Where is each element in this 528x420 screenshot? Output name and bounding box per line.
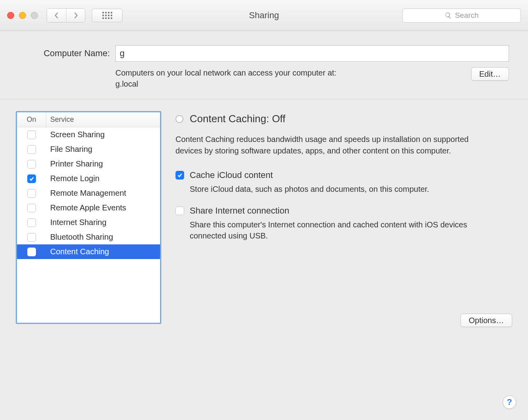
service-on-checkbox[interactable]: [27, 189, 36, 198]
share-internet-label: Share Internet connection: [190, 206, 289, 216]
services-header: On Service: [17, 112, 160, 127]
edit-hostname-button[interactable]: Edit…: [471, 67, 509, 81]
computer-name-label: Computer Name:: [19, 48, 110, 59]
close-window-button[interactable]: [7, 12, 14, 19]
service-label: Remote Management: [46, 189, 160, 198]
service-row[interactable]: Internet Sharing: [17, 215, 160, 230]
service-row[interactable]: Remote Login: [17, 171, 160, 186]
service-on-checkbox[interactable]: [27, 174, 36, 183]
computer-name-section: Computer Name: Computers on your local n…: [0, 31, 528, 99]
service-on-checkbox[interactable]: [27, 145, 36, 154]
computer-name-hint-line2: g.local: [115, 79, 138, 88]
service-label: Content Caching: [46, 247, 160, 256]
service-detail: Content Caching: Off Content Caching red…: [175, 111, 512, 324]
window-controls: [7, 12, 38, 19]
search-placeholder: Search: [455, 11, 479, 20]
computer-name-hint-line1: Computers on your local network can acce…: [115, 68, 336, 77]
service-label: Bluetooth Sharing: [46, 233, 160, 242]
titlebar: Sharing Search: [0, 0, 528, 31]
status-indicator-icon: [175, 115, 183, 123]
computer-name-input[interactable]: [115, 45, 509, 62]
options-button[interactable]: Options…: [460, 314, 512, 327]
service-row[interactable]: Remote Management: [17, 186, 160, 201]
main-content: On Service Screen SharingFile SharingPri…: [0, 99, 528, 332]
search-field[interactable]: Search: [402, 8, 521, 23]
service-on-checkbox[interactable]: [27, 233, 36, 242]
status-title: Content Caching: Off: [190, 113, 285, 125]
grid-icon: [102, 12, 112, 19]
share-internet-checkbox[interactable]: [175, 206, 184, 215]
search-icon: [445, 12, 452, 19]
minimize-window-button[interactable]: [19, 12, 26, 19]
service-on-checkbox[interactable]: [27, 218, 36, 227]
service-on-checkbox[interactable]: [27, 248, 36, 256]
service-label: Printer Sharing: [46, 159, 160, 168]
service-on-checkbox[interactable]: [27, 204, 36, 212]
nav-buttons: [47, 8, 85, 23]
show-all-button[interactable]: [92, 9, 123, 22]
service-on-checkbox[interactable]: [27, 131, 36, 139]
service-label: Remote Apple Events: [46, 203, 160, 212]
service-description: Content Caching reduces bandwidth usage …: [175, 134, 476, 157]
service-row[interactable]: Bluetooth Sharing: [17, 230, 160, 244]
zoom-window-button[interactable]: [31, 12, 38, 19]
services-header-service: Service: [46, 112, 160, 127]
service-row[interactable]: Remote Apple Events: [17, 201, 160, 215]
service-label: Screen Sharing: [46, 130, 160, 139]
service-row[interactable]: Screen Sharing: [17, 127, 160, 142]
cache-icloud-sub: Store iCloud data, such as photos and do…: [190, 184, 474, 195]
service-on-checkbox[interactable]: [27, 160, 36, 168]
service-label: Remote Login: [46, 174, 160, 183]
services-header-on: On: [17, 112, 46, 127]
cache-icloud-label: Cache iCloud content: [190, 170, 273, 180]
forward-button[interactable]: [66, 9, 85, 22]
cache-icloud-checkbox[interactable]: [175, 171, 184, 180]
back-button[interactable]: [47, 9, 66, 22]
service-row[interactable]: File Sharing: [17, 142, 160, 157]
help-button[interactable]: ?: [503, 395, 516, 409]
computer-name-hint: Computers on your local network can acce…: [115, 67, 471, 89]
service-label: File Sharing: [46, 145, 160, 154]
service-label: Internet Sharing: [46, 218, 160, 227]
service-row[interactable]: Printer Sharing: [17, 157, 160, 171]
service-row[interactable]: Content Caching: [17, 244, 160, 259]
services-list: On Service Screen SharingFile SharingPri…: [16, 111, 161, 324]
share-internet-sub: Share this computer's Internet connectio…: [190, 219, 474, 241]
